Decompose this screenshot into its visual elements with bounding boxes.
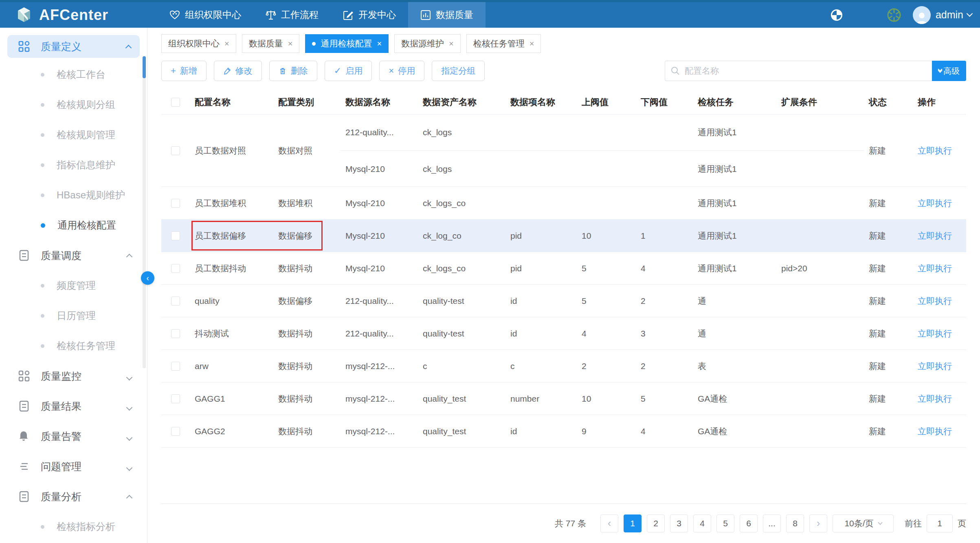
select-all-checkbox[interactable] — [171, 98, 180, 107]
tab-data-quality[interactable]: 数据质量 × — [242, 34, 300, 53]
edit-button[interactable]: 修改 — [214, 61, 262, 81]
cell-name: 员工数据对照 — [190, 145, 273, 156]
next-page-button[interactable]: › — [809, 514, 827, 532]
sidebar-item-check-task-management[interactable]: 检核任务管理 — [0, 331, 147, 361]
page-button-6[interactable]: 6 — [740, 514, 758, 532]
page-button-3[interactable]: 3 — [670, 514, 688, 532]
document-icon — [18, 490, 30, 503]
brand[interactable]: AFCenter — [15, 6, 137, 24]
execute-now-link[interactable]: 立即执行 — [918, 361, 952, 371]
tab-bar: 组织权限中心 × 数据质量 × 通用检核配置 × 数据源维护 × 检核任务 — [161, 34, 980, 53]
tab-check-task-management[interactable]: 检核任务管理 × — [466, 34, 541, 53]
active-dot-icon — [312, 42, 316, 46]
sidebar-item-check-rule-management[interactable]: 检核规则管理 — [0, 120, 147, 150]
config-table: 配置名称 配置类别 数据源名称 数据资产名称 数据项名称 上阀值 下阀值 检核任… — [161, 90, 966, 448]
add-button[interactable]: + 新增 — [161, 61, 207, 81]
row-checkbox[interactable] — [171, 264, 180, 273]
close-icon[interactable]: × — [449, 39, 454, 48]
page-button-4[interactable]: 4 — [693, 514, 711, 532]
compass-icon[interactable] — [831, 9, 842, 21]
goto-page-input[interactable] — [927, 514, 953, 532]
nav-item-data-quality[interactable]: 数据质量 — [408, 2, 486, 28]
nav-item-org-permission-center[interactable]: 组织权限中心 — [157, 2, 253, 28]
sidebar-item-indicator-info-maintenance[interactable]: 指标信息维护 — [0, 150, 147, 180]
sidebar-item-check-workbench[interactable]: 检核工作台 — [0, 59, 147, 90]
row-checkbox[interactable] — [171, 297, 180, 306]
cell-lower: 4 — [636, 426, 693, 436]
page-button-2[interactable]: 2 — [647, 514, 665, 532]
page-button-8[interactable]: 8 — [786, 514, 804, 532]
sidebar-item-issue-management[interactable]: 问题管理 — [0, 451, 147, 481]
prev-page-button[interactable]: ‹ — [600, 514, 618, 532]
tab-general-check-config[interactable]: 通用检核配置 × — [305, 34, 389, 53]
execute-now-link[interactable]: 立即执行 — [918, 329, 952, 338]
row-checkbox[interactable] — [171, 362, 180, 371]
row-checkbox[interactable] — [171, 329, 180, 338]
cell-name: GAGG2 — [190, 426, 273, 436]
cell-datasource: Mysql-210 — [341, 264, 418, 273]
sidebar-item-frequency-management[interactable]: 频度管理 — [0, 270, 147, 301]
execute-now-link[interactable]: 立即执行 — [918, 264, 952, 273]
close-icon[interactable]: × — [288, 39, 293, 48]
cell-asset: quality-test — [418, 296, 505, 306]
bullet-icon — [41, 525, 44, 529]
sidebar-item-quality-result[interactable]: 质量结果 — [0, 391, 147, 421]
sidebar-item-quality-definition[interactable]: 质量定义 — [7, 35, 140, 58]
cell-status: 新建 — [864, 295, 913, 307]
main-nav: 组织权限中心 工作流程 — [157, 2, 486, 28]
nav-item-workflow[interactable]: 工作流程 — [253, 2, 331, 28]
row-checkbox[interactable] — [171, 394, 180, 403]
close-icon[interactable]: × — [530, 39, 534, 48]
user-menu-chevron-down-icon[interactable] — [967, 11, 973, 17]
sidebar-item-quality-schedule[interactable]: 质量调度 — [0, 240, 147, 270]
execute-now-link[interactable]: 立即执行 — [918, 146, 952, 155]
page-size-select[interactable]: 10条/页 — [833, 514, 894, 532]
button-label: 删除 — [291, 65, 308, 77]
sidebar-item-calendar-management[interactable]: 日历管理 — [0, 301, 147, 331]
advanced-search-button[interactable]: 高级 — [932, 61, 966, 81]
toolbar: + 新增 修改 — [161, 61, 966, 81]
cell-datasource: mysql-212-... — [341, 361, 418, 371]
table-row: quality 数据偏移 212-quality... quality-test… — [161, 285, 966, 317]
execute-now-link[interactable]: 立即执行 — [918, 426, 952, 436]
cell-asset: quality_test — [418, 394, 505, 404]
disable-button[interactable]: × 停用 — [379, 61, 424, 81]
sidebar-item-general-check-config[interactable]: 通用检核配置 — [0, 210, 147, 240]
sidebar-item-quality-monitor[interactable]: 质量监控 — [0, 361, 147, 391]
cell-task: 表 — [693, 361, 776, 372]
search-input[interactable] — [665, 61, 932, 81]
sidebar-scrollbar[interactable] — [143, 56, 146, 368]
page-button-5[interactable]: 5 — [716, 514, 734, 532]
row-checkbox[interactable] — [171, 146, 180, 155]
sidebar-item-check-rule-group[interactable]: 检核规则分组 — [0, 90, 147, 120]
sidebar-item-hbase-rule-maintenance[interactable]: HBase规则维护 — [0, 180, 147, 210]
tab-datasource-maintenance[interactable]: 数据源维护 × — [394, 34, 461, 53]
more-pages-button[interactable]: ... — [763, 514, 781, 532]
enable-button[interactable]: ✓ 启用 — [325, 61, 372, 81]
nav-item-dev-center[interactable]: 开发中心 — [331, 2, 408, 28]
assign-group-button[interactable]: 指定分组 — [432, 61, 485, 81]
tab-org-permission-center[interactable]: 组织权限中心 × — [161, 34, 236, 53]
username[interactable]: admin — [936, 9, 963, 21]
execute-now-link[interactable]: 立即执行 — [918, 231, 952, 240]
row-checkbox[interactable] — [171, 199, 180, 208]
sidebar-item-quality-alert[interactable]: 质量告警 — [0, 421, 147, 451]
row-checkbox[interactable] — [171, 231, 180, 240]
sidebar-collapse-button[interactable]: ‹ — [141, 271, 154, 285]
cell-category: 数据抖动 — [273, 328, 341, 339]
user-avatar[interactable] — [913, 6, 931, 24]
chatgpt-extension-icon[interactable] — [885, 6, 903, 24]
sidebar-item-label: 检核任务管理 — [57, 339, 115, 352]
close-icon[interactable]: × — [377, 39, 382, 48]
execute-now-link[interactable]: 立即执行 — [918, 394, 952, 403]
close-icon[interactable]: × — [224, 39, 229, 48]
sidebar-item-quality-analysis[interactable]: 质量分析 — [0, 481, 147, 512]
cell-datasource: Mysql-210 — [341, 198, 418, 208]
delete-button[interactable]: 删除 — [269, 61, 317, 81]
page-button-1[interactable]: 1 — [624, 514, 642, 532]
row-checkbox[interactable] — [171, 427, 180, 436]
execute-now-link[interactable]: 立即执行 — [918, 296, 952, 306]
table-row: 抖动测试 数据抖动 212-quality... quality-test id… — [161, 317, 966, 350]
sidebar-item-check-indicator-analysis[interactable]: 检核指标分析 — [0, 512, 147, 542]
execute-now-link[interactable]: 立即执行 — [918, 198, 952, 208]
